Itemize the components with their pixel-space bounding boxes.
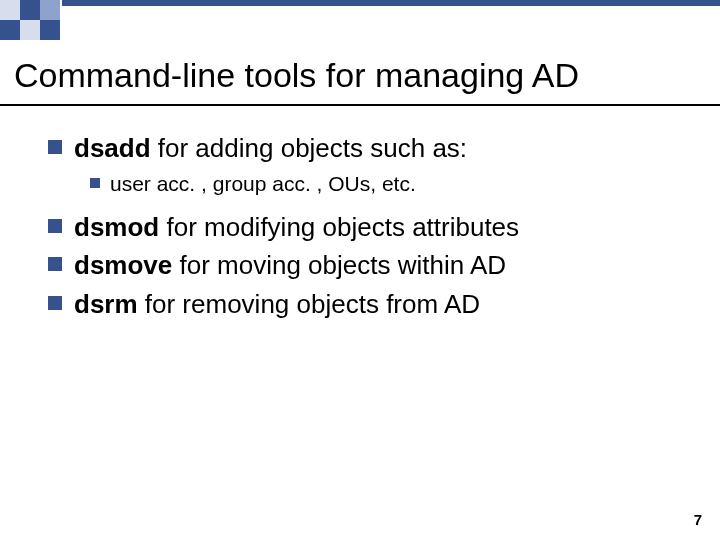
command-name: dsrm	[74, 289, 138, 319]
slide-body: dsadd for adding objects such as: user a…	[48, 132, 688, 326]
bullet-item-dsadd: dsadd for adding objects such as:	[48, 132, 688, 165]
command-name: dsmod	[74, 212, 159, 242]
command-name: dsmove	[74, 250, 172, 280]
bullet-item-dsmove: dsmove for moving objects within AD	[48, 249, 688, 282]
bullet-text: dsadd for adding objects such as:	[74, 132, 467, 165]
sub-bullet-item: user acc. , group acc. , OUs, etc.	[90, 171, 688, 197]
svg-rect-2	[40, 0, 60, 20]
slide-title: Command-line tools for managing AD	[14, 56, 579, 95]
square-bullet-icon	[90, 178, 100, 188]
bullet-item-dsrm: dsrm for removing objects from AD	[48, 288, 688, 321]
bullet-text: dsmove for moving objects within AD	[74, 249, 506, 282]
bullet-rest: for modifying objects attributes	[159, 212, 519, 242]
bullet-rest: for adding objects such as:	[151, 133, 468, 163]
svg-rect-3	[62, 0, 720, 6]
square-bullet-icon	[48, 219, 62, 233]
square-bullet-icon	[48, 140, 62, 154]
page-number: 7	[694, 511, 702, 528]
bullet-text: dsmod for modifying objects attributes	[74, 211, 519, 244]
svg-rect-5	[20, 20, 40, 40]
title-underline	[0, 104, 720, 106]
square-bullet-icon	[48, 296, 62, 310]
svg-rect-6	[40, 20, 60, 40]
sub-bullet-text: user acc. , group acc. , OUs, etc.	[110, 171, 416, 197]
svg-rect-0	[0, 0, 20, 20]
svg-rect-1	[20, 0, 40, 20]
bullet-rest: for moving objects within AD	[172, 250, 506, 280]
corner-decoration	[0, 0, 720, 42]
command-name: dsadd	[74, 133, 151, 163]
svg-rect-4	[0, 20, 20, 40]
bullet-rest: for removing objects from AD	[138, 289, 480, 319]
square-bullet-icon	[48, 257, 62, 271]
bullet-text: dsrm for removing objects from AD	[74, 288, 480, 321]
bullet-item-dsmod: dsmod for modifying objects attributes	[48, 211, 688, 244]
